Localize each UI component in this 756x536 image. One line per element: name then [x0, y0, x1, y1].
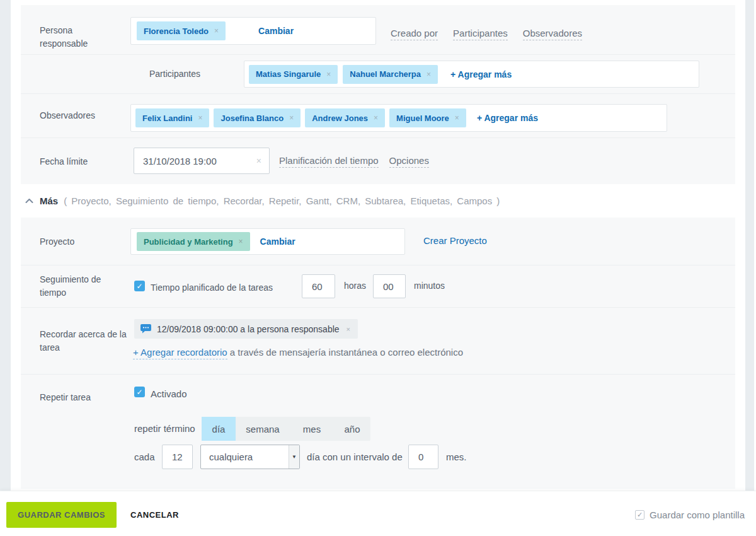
- minutes-value: 00: [383, 281, 394, 292]
- row-time-tracking: Seguimiento de tiempo ✓ Tiempo planifica…: [21, 265, 735, 307]
- check-icon: ✓: [136, 283, 142, 290]
- repeat-enabled-checkbox[interactable]: ✓: [134, 387, 145, 397]
- observers-picker[interactable]: Felix Landini × Josefina Blanco × Andrew…: [130, 104, 667, 132]
- add-reminder-link[interactable]: + Agregar recordatorio: [133, 347, 227, 359]
- change-project-button[interactable]: Cambiar: [260, 236, 295, 247]
- person-chip[interactable]: Andrew Jones ×: [305, 108, 385, 127]
- tab-ano[interactable]: año: [334, 417, 370, 441]
- change-responsible-button[interactable]: Cambiar: [258, 26, 294, 36]
- link-participantes[interactable]: Participantes: [453, 28, 508, 40]
- chip-remove-icon[interactable]: ×: [198, 114, 202, 122]
- weekday-select-value: cualquiera: [201, 452, 253, 462]
- responsible-picker[interactable]: Florencia Toledo × Cambiar: [130, 17, 376, 45]
- page-background-left: [0, 0, 11, 491]
- more-section-toggle[interactable]: Más ( Proyecto, Seguimiento de tiempo, R…: [21, 184, 735, 218]
- footer-bar: GUARDAR CAMBIOS CANCELAR ✓ Guardar como …: [0, 491, 756, 536]
- create-project-link[interactable]: Crear Proyecto: [423, 235, 487, 246]
- project-label: Proyecto: [40, 235, 74, 248]
- chip-label: Felix Landini: [142, 114, 192, 123]
- row-project: Proyecto Publicidad y Marketing × Cambia…: [21, 218, 735, 265]
- reminder-label: Recordar acerca de la tarea: [40, 328, 128, 354]
- save-as-template-control[interactable]: ✓ Guardar como plantilla: [635, 510, 745, 520]
- observers-label: Observadores: [40, 109, 95, 122]
- interval-label: día con un intervalo de: [307, 452, 403, 462]
- planned-time-checkbox[interactable]: ✓: [134, 281, 145, 291]
- row-responsible: Persona responsable Florencia Toledo × C…: [21, 5, 735, 54]
- check-icon: ✓: [136, 388, 142, 396]
- deadline-input[interactable]: 31/10/2018 19:00 ×: [134, 148, 270, 174]
- chip-remove-icon[interactable]: ×: [374, 114, 378, 122]
- save-as-template-label[interactable]: Guardar como plantilla: [650, 510, 745, 520]
- deadline-links: Planificación del tiempo Opciones: [279, 155, 429, 168]
- chip-remove-icon[interactable]: ×: [214, 26, 219, 35]
- person-chip[interactable]: Nahuel Marcherpa ×: [343, 65, 438, 84]
- every-input[interactable]: 12: [162, 445, 193, 469]
- chip-remove-icon[interactable]: ×: [427, 70, 431, 79]
- reminder-value: 12/09/2018 09:00:00 a la persona respons…: [157, 324, 340, 334]
- deadline-value: 31/10/2018 19:00: [134, 156, 217, 166]
- participants-picker[interactable]: Matias Singarule × Nahuel Marcherpa × + …: [244, 61, 699, 88]
- every-label: cada: [134, 452, 155, 462]
- responsible-quick-links: Creado por Participantes Observadores: [391, 28, 582, 40]
- link-time-planning[interactable]: Planificación del tiempo: [279, 155, 379, 168]
- link-observadores[interactable]: Observadores: [523, 28, 582, 40]
- save-button[interactable]: GUARDAR CAMBIOS: [6, 502, 117, 528]
- chip-remove-icon[interactable]: ×: [326, 70, 331, 79]
- row-participants: Participantes Matias Singarule × Nahuel …: [21, 54, 735, 93]
- tab-semana[interactable]: semana: [236, 417, 290, 441]
- chip-remove-icon[interactable]: ×: [455, 114, 459, 122]
- hours-value: 60: [312, 281, 323, 292]
- participants-label: Participantes: [149, 67, 200, 81]
- chevron-up-icon[interactable]: [25, 198, 33, 204]
- task-edit-form: Persona responsable Florencia Toledo × C…: [21, 5, 735, 489]
- responsible-label: Persona responsable: [40, 24, 109, 50]
- tab-mes[interactable]: mes: [290, 417, 334, 441]
- minutes-label: minutos: [414, 281, 445, 291]
- chip-label: Josefina Blanco: [220, 114, 284, 123]
- chip-label: Publicidad y Marketing: [144, 237, 233, 247]
- chip-label: Andrew Jones: [312, 114, 368, 123]
- time-tracking-label: Seguimiento de tiempo: [40, 273, 112, 300]
- interval-suffix: mes.: [446, 452, 467, 462]
- clear-date-icon[interactable]: ×: [256, 156, 269, 166]
- row-deadline: Fecha límite 31/10/2018 19:00 × Planific…: [21, 137, 735, 184]
- hours-label: horas: [344, 281, 366, 291]
- repeat-enabled-label[interactable]: Activado: [151, 387, 187, 400]
- link-options[interactable]: Opciones: [389, 155, 429, 168]
- chip-remove-icon[interactable]: ×: [239, 237, 243, 246]
- project-picker[interactable]: Publicidad y Marketing × Cambiar: [130, 228, 405, 255]
- person-chip[interactable]: Felix Landini ×: [135, 108, 209, 127]
- planned-time-checkbox-label[interactable]: Tiempo planificado de la tareas: [151, 281, 273, 294]
- tab-dia[interactable]: día: [202, 417, 236, 441]
- chip-label: Florencia Toledo: [144, 26, 209, 36]
- chat-icon: [140, 324, 151, 334]
- reminder-add-line: + Agregar recordatorio a través de mensa…: [133, 347, 463, 358]
- link-creado-por[interactable]: Creado por: [391, 28, 438, 40]
- row-observers: Observadores Felix Landini × Josefina Bl…: [21, 93, 735, 137]
- person-chip[interactable]: Josefina Blanco ×: [214, 108, 301, 127]
- chip-remove-icon[interactable]: ×: [346, 325, 350, 333]
- hours-input[interactable]: 60: [302, 274, 335, 298]
- select-arrow-icon: ▼: [289, 445, 299, 469]
- repeat-term-tabs: día semana mes año: [202, 417, 370, 441]
- person-chip[interactable]: Matias Singarule ×: [249, 65, 338, 84]
- details-panel: Proyecto Publicidad y Marketing × Cambia…: [21, 218, 735, 489]
- add-participant-button[interactable]: + Agregar más: [450, 69, 512, 79]
- interval-input[interactable]: 0: [408, 445, 438, 469]
- save-as-template-checkbox[interactable]: ✓: [635, 510, 644, 520]
- row-reminder: Recordar acerca de la tarea 12/09/2018 0…: [21, 307, 735, 374]
- cancel-button[interactable]: CANCELAR: [130, 510, 179, 520]
- minutes-input[interactable]: 00: [373, 274, 406, 298]
- project-chip[interactable]: Publicidad y Marketing ×: [137, 232, 250, 251]
- weekday-select[interactable]: cualquiera ▼: [200, 445, 300, 469]
- chip-remove-icon[interactable]: ×: [289, 114, 294, 122]
- more-label[interactable]: Más: [40, 195, 58, 206]
- reminder-chip[interactable]: 12/09/2018 09:00:00 a la persona respons…: [134, 319, 358, 339]
- add-observer-button[interactable]: + Agregar más: [477, 113, 538, 123]
- person-chip[interactable]: Miguel Moore ×: [389, 108, 466, 127]
- person-chip[interactable]: Florencia Toledo ×: [137, 21, 226, 40]
- every-value: 12: [172, 452, 183, 462]
- people-panel: Persona responsable Florencia Toledo × C…: [21, 5, 735, 184]
- chip-label: Matias Singarule: [256, 69, 321, 79]
- chip-label: Miguel Moore: [396, 114, 449, 123]
